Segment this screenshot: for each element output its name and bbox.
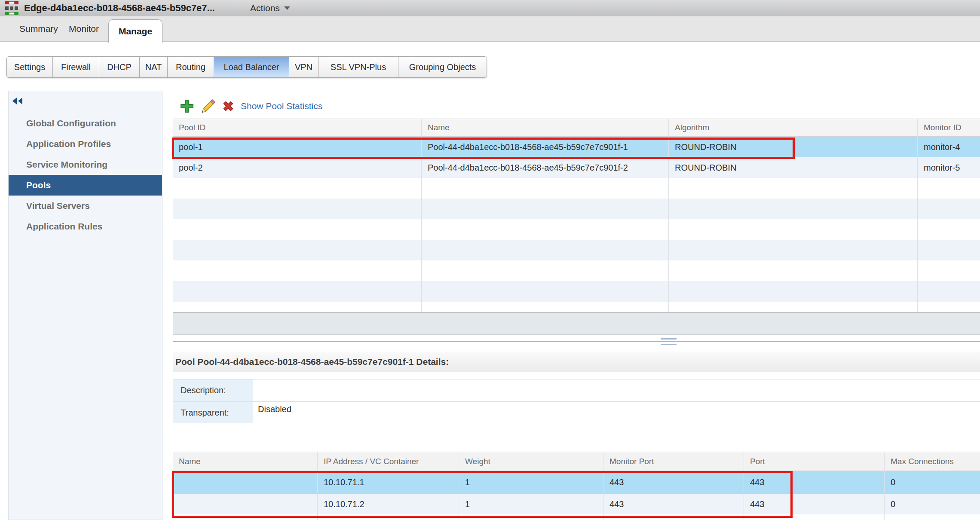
cell-pool-id: pool-2	[173, 157, 422, 178]
column-header-weight[interactable]: Weight	[459, 452, 603, 471]
sidebar-item-global-configuration[interactable]: Global Configuration	[9, 113, 162, 134]
screen: Edge-d4ba1ecc-b018-4568-ae45-b59c7e7... …	[0, 0, 980, 520]
sidebar-nav: Global Configuration Application Profile…	[9, 113, 162, 237]
cell-name: Pool-44-d4ba1ecc-b018-4568-ae45-b59c7e7c…	[422, 137, 669, 157]
column-header-algorithm[interactable]: Algorithm	[669, 119, 918, 136]
sidebar: Global Configuration Application Profile…	[8, 91, 162, 520]
detail-row-description: Description:	[173, 379, 980, 401]
column-header-port[interactable]: Port	[744, 452, 885, 471]
pool-table-footer-bar	[173, 313, 980, 335]
edge-gateway-icon	[4, 1, 19, 15]
cell-port: 443	[744, 494, 885, 514]
table-row-pool-1[interactable]: pool-1 Pool-44-d4ba1ecc-b018-4568-ae45-b…	[173, 137, 980, 157]
cell-monitor-port: 443	[603, 471, 744, 494]
table-row-pool-2[interactable]: pool-2 Pool-44-d4ba1ecc-b018-4568-ae45-b…	[173, 157, 980, 178]
panel-splitter	[173, 341, 980, 342]
empty-table-row	[173, 199, 980, 219]
cell-name: Pool-44-d4ba1ecc-b018-4568-ae45-b59c7e7c…	[422, 157, 669, 178]
pool-members-table: Name IP Address / VC Container Weight Mo…	[173, 452, 980, 520]
empty-table-row	[173, 281, 980, 302]
content-panel: Show Pool Statistics Pool ID Name Algori…	[173, 0, 980, 520]
sidebar-item-application-rules[interactable]: Application Rules	[9, 216, 162, 237]
empty-table-row	[173, 219, 980, 240]
cell-algorithm: ROUND-ROBIN	[669, 137, 918, 157]
column-header-max-connections[interactable]: Max Connections	[885, 452, 980, 471]
cell-max-connections: 0	[885, 494, 980, 514]
cell-monitor-id: monitor-4	[918, 137, 980, 157]
cell-monitor-id: monitor-5	[918, 157, 980, 178]
tab-monitor[interactable]: Monitor	[69, 16, 99, 41]
column-header-monitor-id[interactable]: Monitor ID	[918, 119, 980, 136]
empty-table-row	[173, 178, 980, 199]
cell-port: 443	[744, 471, 885, 494]
sidebar-item-application-profiles[interactable]: Application Profiles	[9, 134, 162, 154]
cell-ip-address: 10.10.71.1	[318, 471, 459, 494]
detail-row-transparent: Transparent: Disabled	[173, 401, 980, 423]
cell-algorithm: ROUND-ROBIN	[669, 157, 918, 178]
description-label: Description:	[173, 379, 253, 401]
column-header-monitor-port[interactable]: Monitor Port	[603, 452, 744, 471]
cell-weight: 1	[459, 471, 603, 494]
pool-table: Pool ID Name Algorithm Monitor ID pool-1…	[173, 119, 980, 312]
cell-monitor-port: 443	[603, 494, 744, 514]
member-row-1[interactable]: 10.10.71.1 1 443 443 0	[173, 471, 980, 494]
members-table-header: Name IP Address / VC Container Weight Mo…	[173, 452, 980, 471]
empty-table-row	[173, 260, 980, 281]
pool-details-heading: Pool Pool-44-d4ba1ecc-b018-4568-ae45-b59…	[173, 352, 980, 372]
show-pool-statistics-link[interactable]: Show Pool Statistics	[241, 97, 322, 115]
edit-pool-button pencil-icon[interactable]	[200, 98, 217, 114]
transparent-label: Transparent:	[173, 402, 253, 423]
column-header-name[interactable]: Name	[422, 119, 669, 136]
sidebar-item-service-monitoring[interactable]: Service Monitoring	[9, 154, 162, 175]
cell-ip-address: 10.10.71.2	[318, 494, 459, 514]
subtab-firewall[interactable]: Firewall	[53, 57, 99, 77]
column-header-name[interactable]: Name	[173, 452, 318, 471]
subtab-dhcp[interactable]: DHCP	[99, 57, 140, 77]
splitter-drag-handle[interactable]	[661, 337, 677, 346]
delete-pool-button red-x-icon[interactable]	[222, 100, 235, 113]
cell-name	[173, 471, 318, 494]
pool-table-header: Pool ID Name Algorithm Monitor ID	[173, 119, 980, 137]
sidebar-item-pools[interactable]: Pools	[9, 175, 162, 196]
cell-name	[173, 494, 318, 514]
sidebar-item-virtual-servers[interactable]: Virtual Servers	[9, 196, 162, 216]
tab-summary[interactable]: Summary	[19, 16, 58, 41]
empty-table-row	[173, 240, 980, 260]
subtab-nat[interactable]: NAT	[140, 57, 168, 77]
empty-table-row	[173, 514, 980, 520]
column-header-ip-address[interactable]: IP Address / VC Container	[318, 452, 459, 471]
cell-weight: 1	[459, 494, 603, 514]
column-header-pool-id[interactable]: Pool ID	[173, 119, 422, 136]
transparent-value: Disabled	[258, 404, 291, 414]
tab-manage[interactable]: Manage	[108, 19, 162, 43]
collapse-double-arrow-icon[interactable]	[12, 97, 23, 105]
add-pool-button[interactable]	[180, 99, 194, 113]
cell-max-connections: 0	[885, 471, 980, 494]
member-row-2[interactable]: 10.10.71.2 1 443 443 0	[173, 494, 980, 514]
empty-table-row	[173, 302, 980, 312]
subtab-settings[interactable]: Settings	[7, 57, 53, 77]
cell-pool-id: pool-1	[173, 137, 422, 157]
